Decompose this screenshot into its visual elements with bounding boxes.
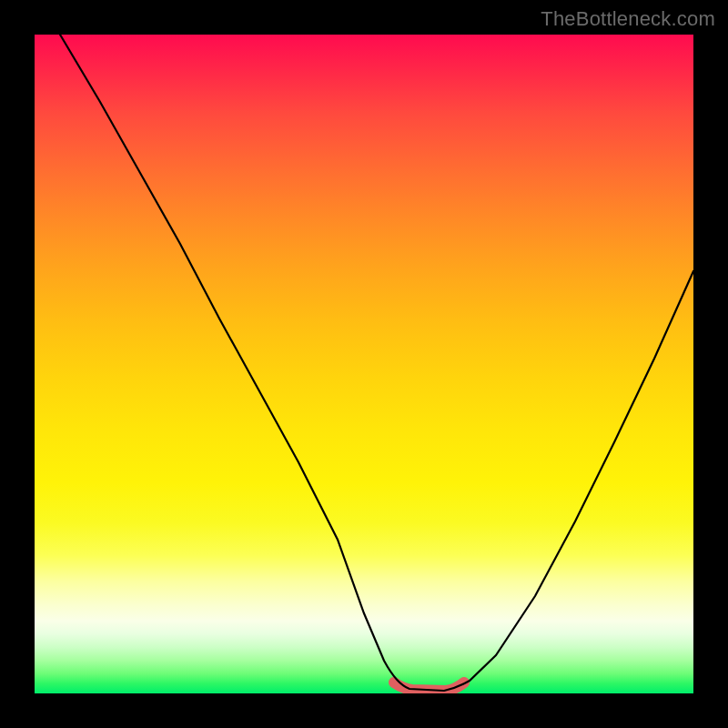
plot-area bbox=[35, 35, 693, 693]
curve-layer bbox=[35, 35, 693, 693]
bottleneck-curve bbox=[60, 35, 693, 691]
watermark-text: TheBottleneck.com bbox=[541, 7, 715, 31]
chart-frame: TheBottleneck.com bbox=[0, 0, 728, 728]
